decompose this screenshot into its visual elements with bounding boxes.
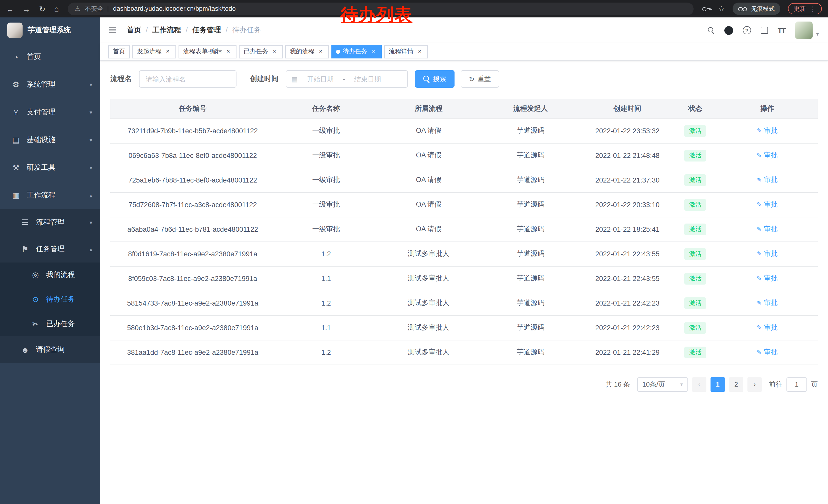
address-bar[interactable]: ⚠ 不安全 dashboard.yudao.iocoder.cn/bpm/tas…: [68, 2, 693, 15]
sidebar-item-system[interactable]: ⚙ 系统管理 ▾: [0, 71, 100, 98]
close-icon[interactable]: ×: [317, 48, 324, 55]
update-label[interactable]: 更新: [794, 4, 806, 13]
tab-form-edit[interactable]: 流程表单-编辑 ×: [178, 45, 237, 58]
chevron-down-icon: ▾: [89, 137, 92, 143]
date-range-picker[interactable]: ▦ -: [286, 70, 408, 88]
font-size-icon[interactable]: TT: [778, 26, 785, 34]
password-key-icon[interactable]: [702, 6, 710, 11]
end-date-input[interactable]: [347, 75, 388, 83]
approve-link[interactable]: ✎ 审批: [757, 151, 778, 160]
action-cell: ✎ 审批: [717, 168, 818, 192]
prev-page-button[interactable]: ‹: [692, 377, 706, 392]
initiator-cell: 芋道源码: [480, 241, 581, 266]
page-size-select[interactable]: 10条/页 ▾: [637, 377, 688, 392]
sidebar-item-task-mgmt[interactable]: ⚑ 任务管理 ▴: [0, 236, 100, 263]
sidebar-item-process-mgmt[interactable]: ☰ 流程管理 ▾: [0, 209, 100, 236]
sidebar-toggle-icon[interactable]: ☰: [108, 25, 117, 36]
forward-icon[interactable]: →: [23, 5, 30, 12]
task-id-cell: 725a1eb6-7b88-11ec-8ef0-acde48001122: [110, 168, 275, 192]
process-cell: OA 请假: [377, 143, 481, 168]
scissors-icon: ✂: [30, 319, 41, 329]
approve-link[interactable]: ✎ 审批: [757, 175, 778, 185]
search-icon[interactable]: [708, 27, 715, 34]
sidebar-item-my-process[interactable]: ◎ 我的流程: [0, 263, 100, 287]
approve-link[interactable]: ✎ 审批: [757, 225, 778, 234]
edit-icon: ✎: [757, 250, 762, 258]
approve-link[interactable]: ✎ 审批: [757, 200, 778, 209]
approve-link[interactable]: ✎ 审批: [757, 323, 778, 332]
created-cell: 2022-01-22 23:53:32: [581, 119, 674, 143]
url-text[interactable]: dashboard.yudao.iocoder.cn/bpm/task/todo: [113, 5, 236, 12]
tab-home[interactable]: 首页: [108, 45, 130, 58]
reset-button[interactable]: ↻ 重置: [461, 70, 499, 88]
page-button-1[interactable]: 1: [710, 377, 725, 392]
process-name-input[interactable]: [139, 70, 237, 88]
task-name-cell: 一级审批: [275, 168, 377, 192]
sidebar-item-devtools[interactable]: ⚒ 研发工具 ▾: [0, 154, 100, 182]
incognito-badge: 无痕模式: [733, 3, 780, 15]
edit-icon: ✎: [757, 349, 762, 356]
task-name-cell: 一级审批: [275, 143, 377, 168]
close-icon[interactable]: ×: [370, 48, 377, 55]
approve-link[interactable]: ✎ 审批: [757, 249, 778, 259]
sidebar-item-home[interactable]: ◔ 首页: [0, 43, 100, 71]
tab-process-detail[interactable]: 流程详情 ×: [384, 45, 428, 58]
tab-done-tasks[interactable]: 已办任务 ×: [239, 45, 283, 58]
sidebar-item-workflow[interactable]: ▥ 工作流程 ▴: [0, 182, 100, 209]
sidebar-item-todo-tasks[interactable]: ⊙ 待办任务: [0, 287, 100, 312]
col-status: 状态: [674, 99, 716, 119]
update-button[interactable]: 更新 ⋮: [788, 3, 822, 14]
help-icon[interactable]: ?: [743, 26, 751, 34]
approve-link[interactable]: ✎ 审批: [757, 299, 778, 308]
table-row: 8f0d1619-7ac8-11ec-a9e2-a2380e71991a 1.2…: [110, 241, 818, 266]
tab-start-process[interactable]: 发起流程 ×: [132, 45, 176, 58]
approve-link[interactable]: ✎ 审批: [757, 274, 778, 283]
edit-icon: ✎: [757, 127, 762, 134]
search-button[interactable]: 搜索: [415, 70, 455, 88]
menu-dots-icon[interactable]: ⋮: [810, 5, 816, 12]
edit-icon: ✎: [757, 152, 762, 159]
page-button-2[interactable]: 2: [729, 377, 743, 392]
avatar[interactable]: [795, 21, 813, 39]
breadcrumb-workflow[interactable]: 工作流程: [146, 26, 181, 35]
back-icon[interactable]: ←: [6, 5, 14, 12]
reload-icon[interactable]: ↻: [39, 5, 45, 12]
github-icon[interactable]: [724, 26, 733, 35]
created-cell: 2022-01-21 22:43:55: [581, 241, 674, 266]
table-row: 75d72608-7b7f-11ec-a3c8-acde48001122 一级审…: [110, 192, 818, 217]
task-name-cell: 一级审批: [275, 119, 377, 143]
pagination: 共 16 条 10条/页 ▾ ‹ 1 2 › 前往 页: [110, 377, 818, 392]
process-cell: OA 请假: [377, 217, 481, 241]
sidebar-item-payment[interactable]: ¥ 支付管理 ▾: [0, 98, 100, 126]
tab-my-process[interactable]: 我的流程 ×: [285, 45, 329, 58]
approve-link[interactable]: ✎ 审批: [757, 126, 778, 135]
sidebar-item-leave-query[interactable]: ☻ 请假查询: [0, 336, 100, 363]
table-row: 725a1eb6-7b88-11ec-8ef0-acde48001122 一级审…: [110, 168, 818, 192]
fullscreen-icon[interactable]: [761, 27, 768, 34]
breadcrumb-task-mgmt[interactable]: 任务管理: [186, 26, 221, 35]
sidebar-item-infrastructure[interactable]: ▤ 基础设施 ▾: [0, 126, 100, 154]
breadcrumb-current: 待办任务: [226, 26, 261, 35]
close-icon[interactable]: ×: [225, 48, 232, 55]
security-label[interactable]: 不安全: [85, 4, 104, 13]
task-name-cell: 1.2: [275, 241, 377, 266]
home-icon[interactable]: ⌂: [54, 5, 59, 12]
task-id-cell: 75d72608-7b7f-11ec-a3c8-acde48001122: [110, 192, 275, 217]
close-icon[interactable]: ×: [271, 48, 278, 55]
tab-todo-tasks[interactable]: 待办任务 ×: [331, 45, 382, 58]
close-icon[interactable]: ×: [164, 48, 171, 55]
create-time-label: 创建时间: [250, 74, 279, 84]
approve-link[interactable]: ✎ 审批: [757, 348, 778, 357]
goto-page-input[interactable]: [786, 377, 807, 392]
breadcrumb-home[interactable]: 首页: [127, 26, 141, 35]
status-cell: 激活: [674, 315, 716, 340]
bookmark-star-icon[interactable]: ☆: [718, 4, 725, 13]
start-date-input[interactable]: [300, 75, 341, 83]
goto-label: 前往: [769, 380, 782, 389]
close-icon[interactable]: ×: [416, 48, 423, 55]
next-page-button[interactable]: ›: [747, 377, 762, 392]
breadcrumb: 首页 工作流程 任务管理 待办任务: [127, 26, 261, 35]
sidebar-item-done-tasks[interactable]: ✂ 已办任务: [0, 312, 100, 336]
edit-icon: ✎: [757, 176, 762, 184]
process-cell: 测试多审批人: [377, 315, 481, 340]
